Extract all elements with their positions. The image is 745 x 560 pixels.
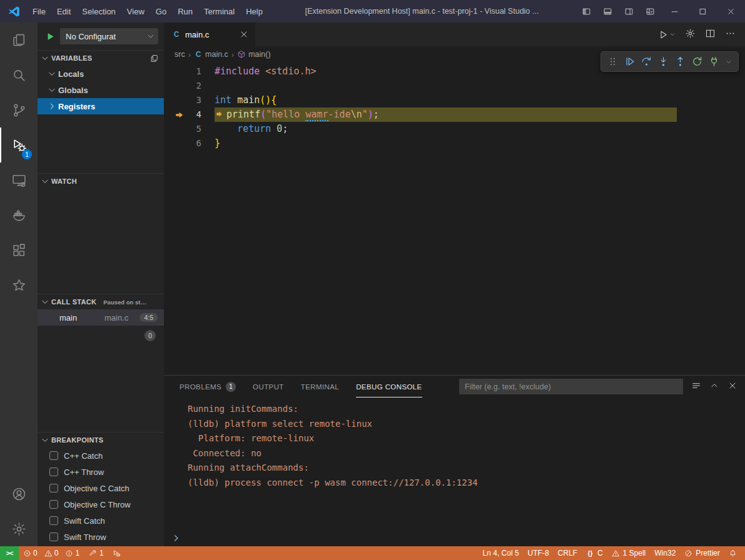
breakpoint-gutter[interactable] [164, 79, 185, 93]
close-tab-icon[interactable] [239, 29, 249, 39]
activity-run-debug[interactable]: 1 [0, 128, 38, 162]
activity-explorer[interactable] [0, 22, 38, 58]
more-actions-button[interactable] [725, 28, 736, 41]
start-debug-button[interactable] [45, 31, 56, 42]
status-platform[interactable]: Win32 [650, 546, 680, 560]
call-stack-title: CALL STACK [51, 298, 96, 306]
checkbox[interactable] [49, 484, 58, 492]
debug-disconnect-button[interactable] [708, 56, 720, 68]
activity-source-control[interactable] [0, 92, 38, 128]
menu-file[interactable]: File [27, 0, 51, 22]
variables-header[interactable]: VARIABLES [38, 51, 164, 66]
panel-tab-debug-console[interactable]: DEBUG CONSOLE [356, 376, 422, 398]
stack-frame-row[interactable]: main main.c 4:5 [38, 309, 164, 326]
breakpoint-gutter[interactable] [164, 108, 185, 122]
checkbox[interactable] [49, 516, 58, 525]
debug-step-out-button[interactable] [674, 56, 686, 68]
status-eol[interactable]: CRLF [554, 546, 582, 560]
breakpoint-objective-c-throw[interactable]: Objective C Throw [38, 496, 164, 512]
breadcrumb-item-main[interactable]: main() [237, 50, 270, 59]
copy-icon[interactable] [150, 54, 159, 63]
activity-search[interactable] [0, 58, 38, 92]
debug-chevron-down-button[interactable] [725, 58, 732, 66]
debug-step-into-button[interactable] [657, 56, 669, 68]
panel-tab-output[interactable]: OUTPUT [253, 376, 284, 398]
breakpoint-c-catch[interactable]: C++ Catch [38, 448, 164, 464]
line-number: 6 [185, 136, 201, 151]
layout-panel-button[interactable] [597, 0, 618, 22]
menu-edit[interactable]: Edit [51, 0, 76, 22]
debug-restart-button[interactable] [691, 56, 703, 68]
activity-settings[interactable] [0, 511, 38, 546]
panel-tab-problems[interactable]: PROBLEMS1 [180, 376, 236, 398]
status-encoding[interactable]: UTF-8 [524, 546, 554, 560]
menu-run[interactable]: Run [172, 0, 198, 22]
panel-menu-button[interactable] [691, 381, 701, 393]
activity-accounts[interactable] [0, 476, 38, 511]
panel-tab-terminal[interactable]: TERMINAL [301, 376, 339, 398]
watch-header[interactable]: WATCH [38, 174, 164, 189]
menu-go[interactable]: Go [150, 0, 172, 22]
close-panel-button[interactable] [727, 381, 737, 393]
breakpoint-objective-c-catch[interactable]: Objective C Catch [38, 480, 164, 496]
run-or-debug-button[interactable] [658, 29, 676, 40]
variables-item-globals[interactable]: Globals [38, 82, 164, 98]
breadcrumb-item-src[interactable]: src [175, 50, 185, 59]
close-button[interactable] [717, 0, 745, 22]
layout-sidebar-button[interactable] [575, 0, 597, 22]
debug-continue-button[interactable] [624, 56, 636, 68]
status-prettier[interactable]: Prettier [680, 546, 724, 560]
status-debug-status[interactable] [108, 546, 125, 560]
debug-console-input[interactable] [171, 533, 181, 543]
console-line: Platform: remote-linux [188, 431, 745, 446]
debug-step-over-button[interactable] [641, 56, 652, 68]
maximize-panel-button[interactable] [709, 381, 719, 393]
layout-sidebar-right-button[interactable] [618, 0, 639, 22]
c-file-icon: C [172, 30, 181, 39]
call-stack-header[interactable]: CALL STACK Paused on st… [38, 294, 164, 309]
remote-indicator[interactable]: >< [0, 546, 19, 560]
activity-docker[interactable] [0, 198, 38, 232]
menu-view[interactable]: View [121, 0, 150, 22]
breakpoint-gutter[interactable] [164, 136, 185, 151]
activity-extensions[interactable] [0, 232, 38, 268]
breakpoint-c-throw[interactable]: C++ Throw [38, 464, 164, 480]
checkbox[interactable] [49, 451, 58, 460]
breakpoint-swift-throw[interactable]: Swift Throw [38, 529, 164, 545]
console-filter-input[interactable] [459, 379, 683, 394]
launch-config-dropdown[interactable]: No Configurat [60, 28, 158, 44]
activity-remote-explorer[interactable] [0, 162, 38, 198]
line-number: 3 [185, 93, 201, 108]
status-problems[interactable]: 001 [19, 546, 84, 560]
variables-item-registers[interactable]: Registers [38, 98, 164, 114]
breakpoint-gutter[interactable] [164, 93, 185, 108]
maximize-button[interactable] [689, 0, 717, 22]
status-tools[interactable]: 1 [84, 546, 108, 560]
breakpoint-swift-catch[interactable]: Swift Catch [38, 512, 164, 529]
settings-gear-button[interactable] [685, 28, 696, 41]
status-cursor-position[interactable]: Ln 4, Col 5 [479, 546, 524, 560]
breakpoint-gutter[interactable] [164, 122, 185, 136]
debug-drag-grip-button[interactable] [607, 56, 619, 68]
launch-config-label: No Configurat [66, 32, 146, 41]
status-notifications[interactable] [724, 546, 741, 560]
checkbox[interactable] [49, 468, 58, 476]
minimize-button[interactable] [661, 0, 689, 22]
split-editor-button[interactable] [705, 28, 716, 41]
menu-terminal[interactable]: Terminal [198, 0, 240, 22]
breakpoints-header[interactable]: BREAKPOINTS [38, 432, 164, 448]
menu-selection[interactable]: Selection [76, 0, 121, 22]
menu-help[interactable]: Help [240, 0, 268, 22]
checkbox[interactable] [49, 532, 58, 541]
status-spell[interactable]: 1 Spell [607, 546, 651, 560]
tab-main-c[interactable]: Cmain.c [164, 22, 255, 46]
frame-file: main.c [104, 313, 128, 322]
variables-item-locals[interactable]: Locals [38, 66, 164, 82]
layout-customize-button[interactable] [639, 0, 661, 22]
code-editor[interactable]: 1#include <stdio.h>23int main(){4printf(… [164, 62, 745, 375]
checkbox[interactable] [49, 500, 58, 509]
breakpoint-gutter[interactable] [164, 64, 185, 79]
breadcrumb-item-main-c[interactable]: Cmain.c [194, 50, 228, 59]
activity-star[interactable] [0, 268, 38, 302]
status-language-mode[interactable]: {}C [582, 546, 607, 560]
